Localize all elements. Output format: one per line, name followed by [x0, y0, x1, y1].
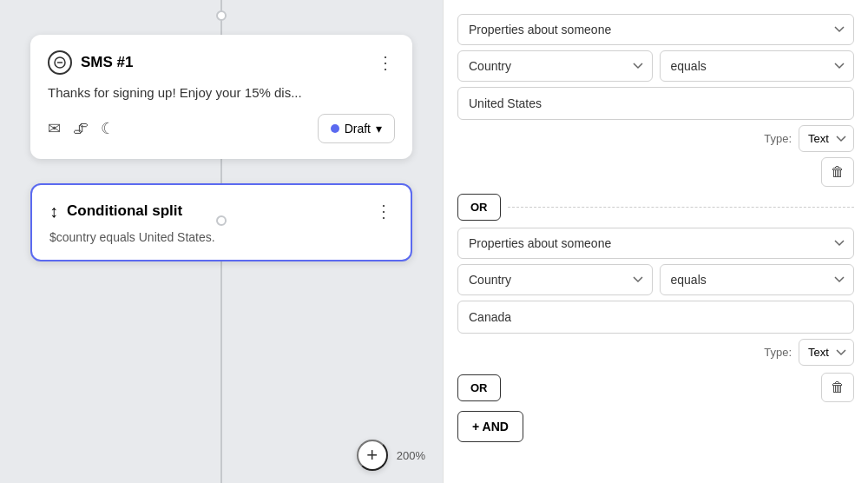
filter-group-2: Properties about someone Country equals … — [457, 228, 854, 366]
sms-card-footer: ✉ 🖇 ☾ Draft ▾ — [48, 114, 395, 143]
draft-button[interactable]: Draft ▾ — [318, 114, 395, 143]
properties-select-2[interactable]: Properties about someone — [457, 228, 854, 259]
sms-icons-row: ✉ 🖇 ☾ — [48, 119, 115, 138]
delete-button-1[interactable]: 🗑 — [821, 157, 854, 187]
or-line-1 — [508, 207, 855, 208]
split-more-button[interactable]: ⋮ — [375, 201, 393, 222]
plus-button[interactable]: + — [357, 440, 388, 471]
or-button-1[interactable]: OR — [457, 194, 501, 221]
type-row-2: Type: Text — [457, 339, 854, 366]
country-select-1[interactable]: Country — [457, 50, 653, 82]
or-delete-row-2: OR 🗑 — [457, 373, 854, 402]
or-divider-1: OR — [457, 194, 854, 221]
equals-select-1[interactable]: equals — [660, 50, 855, 82]
sms-body-text: Thanks for signing up! Enjoy your 15% di… — [48, 85, 395, 100]
sms-more-button[interactable]: ⋮ — [377, 52, 395, 73]
connector-dot-top — [216, 10, 227, 21]
properties-row-2: Properties about someone — [457, 228, 854, 259]
chevron-down-icon: ▾ — [376, 122, 382, 136]
properties-select-1[interactable]: Properties about someone — [457, 14, 854, 45]
or-button-2[interactable]: OR — [457, 374, 501, 401]
attachment-icon: 🖇 — [73, 120, 89, 138]
value-row-1 — [457, 87, 854, 120]
sms-icon — [48, 50, 72, 75]
properties-row-1: Properties about someone — [457, 14, 854, 45]
and-button[interactable]: + AND — [457, 411, 523, 442]
envelope-icon: ✉ — [48, 119, 61, 138]
delete-row-1: 🗑 — [457, 157, 854, 187]
sms-card: SMS #1 ⋮ Thanks for signing up! Enjoy yo… — [30, 35, 412, 159]
country-select-2[interactable]: Country — [457, 264, 653, 295]
type-select-2[interactable]: Text — [799, 339, 854, 366]
connector-dot-middle — [216, 215, 227, 226]
split-body-text: $country equals United States. — [49, 230, 393, 244]
sms-card-title: SMS #1 — [48, 50, 133, 75]
value-row-2 — [457, 301, 854, 334]
split-title-text: Conditional split — [67, 202, 182, 220]
type-select-1[interactable]: Text — [799, 125, 854, 152]
value-input-2[interactable] — [457, 301, 854, 334]
type-label-2: Type: — [764, 346, 792, 359]
draft-label: Draft — [345, 122, 371, 136]
type-label-1: Type: — [764, 132, 792, 145]
bottom-controls: + 200% — [357, 440, 425, 471]
sms-card-header: SMS #1 ⋮ — [48, 50, 395, 75]
and-label: + AND — [472, 420, 509, 433]
delete-button-2[interactable]: 🗑 — [821, 373, 854, 402]
value-input-1[interactable] — [457, 87, 854, 120]
country-equals-row-2: Country equals — [457, 264, 854, 295]
equals-select-2[interactable]: equals — [660, 264, 855, 295]
country-equals-row-1: Country equals — [457, 50, 854, 82]
draft-dot — [331, 124, 339, 133]
right-panel: Properties about someone Country equals … — [443, 0, 868, 483]
type-row-1: Type: Text — [457, 125, 854, 152]
zoom-label: 200% — [397, 449, 425, 462]
filter-group-1: Properties about someone Country equals … — [457, 14, 854, 187]
moon-icon: ☾ — [101, 119, 115, 138]
sms-title-text: SMS #1 — [81, 54, 133, 71]
split-icon: ↕ — [49, 202, 58, 222]
left-panel: SMS #1 ⋮ Thanks for signing up! Enjoy yo… — [0, 0, 443, 483]
split-card-title: ↕ Conditional split — [49, 202, 182, 222]
